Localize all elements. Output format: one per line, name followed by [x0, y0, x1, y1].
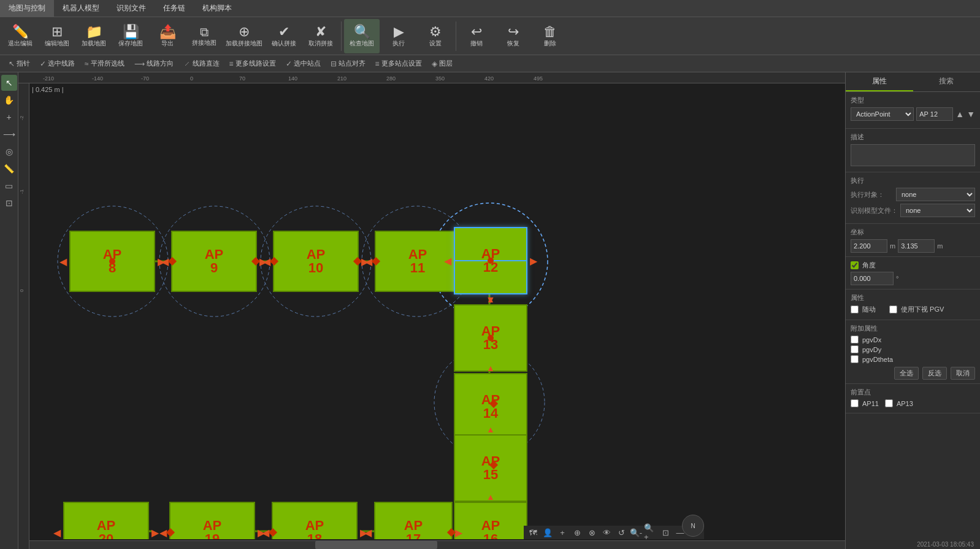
smooth-select-tool[interactable]: ≈ 平滑所选线 [80, 55, 129, 72]
canvas-scrollbar-h[interactable] [29, 540, 845, 549]
settings-button[interactable]: ⚙ 设置 [418, 19, 453, 53]
exit-edit-button[interactable]: ✏️ 退出编辑 [2, 19, 38, 53]
scrollbar-thumb-h[interactable] [315, 541, 438, 549]
ap-node-19[interactable]: ◀ ▶ AP 19 [169, 502, 255, 539]
canvas-area[interactable]: -210 -140 -70 0 70 140 210 280 350 420 4… [18, 72, 845, 549]
select-route-tool[interactable]: ✓ 选中线路 [35, 55, 80, 72]
model-select[interactable]: none [900, 204, 975, 217]
menu-identify-file[interactable]: 识别文件 [108, 0, 155, 17]
region-tool[interactable]: ▭ [1, 178, 17, 194]
arrow-up-14: ▲ [486, 363, 495, 373]
add-point-tool[interactable]: + [1, 109, 17, 125]
tab-properties[interactable]: 属性 [846, 72, 913, 91]
pointer-tool[interactable]: ↖ 指针 [4, 55, 35, 72]
arrow-up-13: ▲ [486, 294, 495, 304]
cancel-splice-button[interactable]: ✘ 取消拼接 [303, 19, 339, 53]
type-id-input[interactable] [916, 107, 953, 121]
tab-search[interactable]: 搜索 [913, 72, 981, 91]
menu-org-script[interactable]: 机构脚本 [194, 0, 240, 17]
description-textarea[interactable] [851, 144, 975, 166]
follow-checkbox[interactable] [851, 305, 859, 313]
more-route-settings[interactable]: ≡ 更多线路设置 [224, 55, 281, 72]
type-id-up[interactable]: ▲ [955, 109, 964, 119]
execute-button[interactable]: ▶ 执行 [381, 19, 416, 53]
pgvDtheta-checkbox[interactable] [851, 355, 859, 363]
ruler-mark: -210 [43, 75, 54, 82]
ap-node-9[interactable]: ◀ ▶ AP 9 [171, 231, 257, 292]
type-id-down[interactable]: ▼ [967, 109, 975, 119]
type-row: ActionPoint ▲ ▼ [851, 107, 975, 121]
coord-x-input[interactable] [851, 239, 887, 253]
ap-node-13[interactable]: ▲ ▼ AP 13 [454, 304, 527, 372]
ap-node-20[interactable]: ◀ ▶ AP 20 [63, 502, 149, 539]
multi-select-tool[interactable]: ⊡ [1, 195, 17, 211]
export-button[interactable]: 📤 导出 [150, 19, 185, 53]
menu-map-control[interactable]: 地图与控制 [0, 0, 54, 17]
cursor-tool[interactable]: ↖ [1, 75, 17, 91]
measure-tool[interactable]: 📏 [1, 161, 17, 177]
fit-btn[interactable]: ⊡ [659, 526, 672, 539]
undo-icon: ↩ [471, 25, 482, 39]
ap-node-16[interactable]: ▲ AP 16 [454, 502, 527, 539]
pan-tool[interactable]: ✋ [1, 92, 17, 108]
route-direction-tool[interactable]: ⟶ 线路方向 [129, 55, 178, 72]
use-pgv-checkbox[interactable] [889, 305, 897, 313]
save-map-button[interactable]: 💾 保存地图 [113, 19, 148, 53]
prev-ap13-label: AP13 [897, 400, 913, 407]
rotate-btn[interactable]: ↺ [614, 526, 628, 539]
ap-label-12: AP [481, 247, 500, 261]
coord-y-input[interactable] [898, 239, 935, 253]
prev-ap11-checkbox[interactable] [851, 399, 859, 407]
robot-btn[interactable]: 👤 [541, 526, 554, 539]
circle-x-btn[interactable]: ⊗ [585, 526, 599, 539]
pgvDy-checkbox[interactable] [851, 345, 859, 353]
ap-node-17[interactable]: ◀ ▶ AP 17 [374, 502, 453, 539]
edit-map-button[interactable]: ⊞ 编辑地图 [39, 19, 75, 53]
canvas-viewport[interactable]: ◀ ▶ AP 8 ◀ ▶ AP 9 [29, 83, 845, 539]
right-panel-tabs: 属性 搜索 [846, 72, 980, 92]
pgvDx-checkbox[interactable] [851, 336, 859, 344]
circle-plus-btn[interactable]: ⊕ [570, 526, 584, 539]
more-station-settings[interactable]: ≡ 更多站点设置 [370, 55, 427, 72]
layer-tool[interactable]: ◈ 图层 [427, 55, 457, 72]
direct-connect-tool[interactable]: ⟋ 线路直连 [178, 55, 224, 72]
cancel-button[interactable]: 取消 [951, 367, 975, 380]
waypoint-tool[interactable]: ◎ [1, 144, 17, 159]
ap-node-18[interactable]: ◀ ▶ AP 18 [272, 502, 358, 539]
load-splice-button[interactable]: ⊕ 加载拼接地图 [223, 19, 265, 53]
add-btn[interactable]: + [556, 526, 569, 539]
more-route-label: 更多线路设置 [235, 59, 276, 68]
ap-node-8[interactable]: ◀ ▶ AP 8 [69, 231, 155, 292]
zoom-in-btn[interactable]: 🔍+ [644, 526, 657, 539]
select-station-icon: ✓ [286, 60, 292, 68]
side-tools: ↖ ✋ + ⟶ ◎ 📏 ▭ ⊡ [0, 72, 18, 549]
load-map-button[interactable]: 📁 加载地图 [76, 19, 112, 53]
prev-ap13-checkbox[interactable] [885, 399, 893, 407]
menu-task-chain[interactable]: 任务链 [155, 0, 194, 17]
undo-button[interactable]: ↩ 撤销 [459, 19, 494, 53]
redo-button[interactable]: ↪ 恢复 [496, 19, 531, 53]
ap-node-12[interactable]: ◀ ▶ ▼ AP 12 [454, 227, 527, 294]
eye-btn[interactable]: 👁 [600, 526, 613, 539]
map-icon-btn[interactable]: 🗺 [526, 526, 540, 539]
select-station-tool[interactable]: ✓ 选中站点 [281, 55, 326, 72]
splice-map-button[interactable]: ⧉ 拼接地图 [186, 19, 222, 53]
menu-robot-model[interactable]: 机器人模型 [54, 0, 108, 17]
select-all-button[interactable]: 全选 [894, 367, 919, 380]
check-map-button[interactable]: 🔍 检查地图 [344, 19, 380, 53]
execute-target-label: 执行对象： [851, 190, 894, 199]
invert-button[interactable]: 反选 [922, 367, 947, 380]
ruler-horizontal: -210 -140 -70 0 70 140 210 280 350 420 4… [18, 72, 845, 83]
delete-button[interactable]: 🗑 删除 [532, 19, 568, 53]
station-align-tool[interactable]: ⊟ 站点对齐 [326, 55, 370, 72]
splice-map-label: 拼接地图 [192, 39, 216, 47]
confirm-splice-icon: ✔ [278, 25, 289, 39]
angle-input[interactable] [851, 272, 894, 285]
confirm-splice-button[interactable]: ✔ 确认拼接 [266, 19, 302, 53]
angle-checkbox[interactable] [851, 261, 859, 269]
zoom-out-btn[interactable]: 🔍- [629, 526, 643, 539]
ap-node-10[interactable]: ◀ ▶ AP 10 [273, 231, 359, 292]
draw-route-tool[interactable]: ⟶ [1, 126, 17, 142]
type-select[interactable]: ActionPoint [851, 107, 914, 121]
execute-target-select[interactable]: none [896, 188, 975, 201]
